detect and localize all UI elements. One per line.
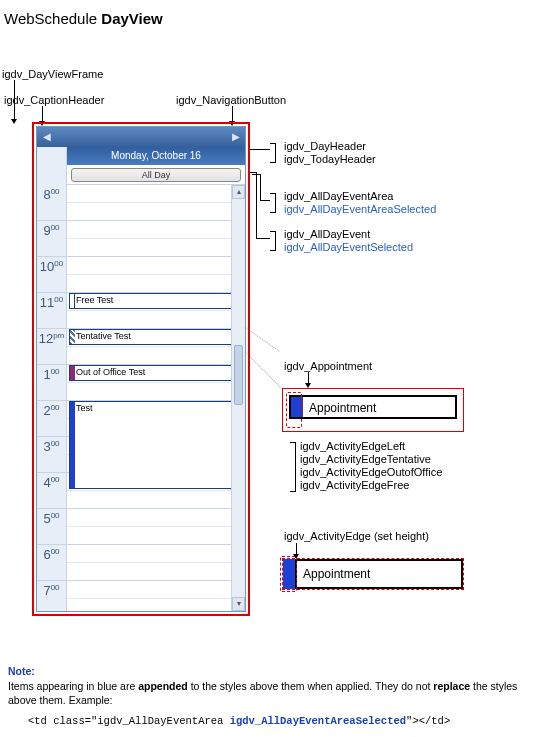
label-dayheader: igdv_DayHeader: [284, 140, 366, 152]
bracket: [270, 193, 276, 213]
hour-label: 1000: [37, 257, 66, 293]
leader: [256, 172, 257, 238]
appointment-label: Test: [76, 403, 93, 413]
label-activity-edge: igdv_ActivityEdge (set height): [284, 530, 429, 542]
note-text: to the styles above them when applied. T…: [188, 680, 434, 692]
hour-label: 600: [37, 545, 66, 581]
note-bold: appended: [138, 680, 188, 692]
scrollbar[interactable]: ▴ ▾: [231, 185, 245, 611]
day-header[interactable]: Monday, October 16: [67, 147, 245, 165]
label-edge-tent: igdv_ActivityEdgeTentative: [300, 453, 431, 465]
nav-next-button[interactable]: ▶: [230, 131, 241, 142]
leader: [260, 200, 270, 201]
edge-free: [70, 294, 75, 308]
time-grid[interactable]: Free Test Tentative Test Out of Office T…: [67, 185, 245, 611]
hour-label: 12pm: [37, 329, 66, 365]
hour-label: 100: [37, 365, 66, 401]
label-nav: igdv_NavigationButton: [176, 94, 286, 106]
callout-text: Appointment: [309, 401, 376, 415]
bracket: [290, 442, 296, 492]
allday-area[interactable]: All Day: [67, 165, 245, 185]
label-appointment: igdv_Appointment: [284, 360, 372, 372]
label-edge-free: igdv_ActivityEdgeFree: [300, 479, 409, 491]
appointment-busy[interactable]: Test: [69, 401, 243, 489]
label-edge-left: igdv_ActivityEdgeLeft: [300, 440, 405, 452]
caption-header: ◀ ▶: [37, 127, 245, 147]
pointer-edge-left: [286, 392, 302, 428]
appointment-tentative[interactable]: Tentative Test: [69, 329, 243, 345]
edge-oof: [70, 366, 75, 380]
note-bold: replace: [433, 680, 470, 692]
label-caption: igdv_CaptionHeader: [4, 94, 104, 106]
label-alldayarea-sel: igdv_AllDayEventAreaSelected: [284, 203, 436, 215]
label-frame: igdv_DayViewFrame: [2, 68, 103, 80]
bracket: [270, 231, 276, 251]
note-section: Note: Items appearing in blue are append…: [8, 664, 518, 729]
bracket: [270, 143, 276, 163]
appointment-label: Out of Office Test: [76, 367, 145, 377]
callout-text: Appointment: [303, 567, 370, 581]
day-header-row: Monday, October 16: [37, 147, 245, 165]
leader: [232, 106, 233, 122]
dayview-body: 800 900 1000 1100 12pm 100 200 300 400 5…: [37, 185, 245, 611]
note-heading: Note:: [8, 665, 35, 677]
appointment-oof[interactable]: Out of Office Test: [69, 365, 243, 381]
leader: [250, 149, 270, 150]
gutter: [37, 147, 67, 165]
scroll-up-button[interactable]: ▴: [232, 185, 245, 199]
label-edge-oof: igdv_ActivityEdgeOutofOffice: [300, 466, 442, 478]
hour-gutter: 800 900 1000 1100 12pm 100 200 300 400 5…: [37, 185, 67, 611]
pointer-edge-height: [280, 556, 297, 592]
label-alldayevent-sel: igdv_AllDayEventSelected: [284, 241, 413, 253]
label-alldayevent: igdv_AllDayEvent: [284, 228, 370, 240]
allday-row: All Day: [37, 165, 245, 185]
label-todayheader: igdv_TodayHeader: [284, 153, 376, 165]
scroll-thumb[interactable]: [234, 345, 243, 405]
nav-prev-button[interactable]: ◀: [41, 131, 52, 142]
title-bold: DayView: [101, 10, 162, 27]
note-text: Items appearing in blue are: [8, 680, 138, 692]
note-code: <td class="igdv_AllDayEventArea igdv_All…: [28, 714, 518, 729]
callout-inner: Appointment: [289, 395, 457, 419]
label-alldayarea: igdv_AllDayEventArea: [284, 190, 393, 202]
edge-tentative: [70, 330, 75, 344]
appointment-free[interactable]: Free Test: [69, 293, 243, 309]
hour-label: 400: [37, 473, 66, 509]
edge-busy: [70, 402, 75, 488]
callout-appointment: Appointment: [282, 388, 464, 432]
leader: [42, 106, 43, 122]
hour-label: 700: [37, 581, 66, 611]
hour-label: 300: [37, 437, 66, 473]
hour-label: 1100: [37, 293, 66, 329]
leader: [260, 174, 261, 200]
dayview-widget: ◀ ▶ Monday, October 16 All Day 800 900 1…: [36, 126, 246, 612]
scroll-down-button[interactable]: ▾: [232, 597, 245, 611]
appointment-label: Tentative Test: [76, 331, 131, 341]
allday-event[interactable]: All Day: [71, 168, 241, 182]
appointment-label: Free Test: [76, 295, 113, 305]
hour-label: 200: [37, 401, 66, 437]
callout-activity-edge: Appointment: [282, 558, 464, 590]
hour-label: 900: [37, 221, 66, 257]
callout-inner: Appointment: [295, 559, 463, 589]
title-pre: WebSchedule: [4, 10, 101, 27]
gutter: [37, 165, 67, 185]
arrow-icon: [11, 119, 17, 124]
hour-label: 500: [37, 509, 66, 545]
hour-label: 800: [37, 185, 66, 221]
page-title: WebSchedule DayView: [4, 10, 163, 27]
leader: [256, 238, 270, 239]
